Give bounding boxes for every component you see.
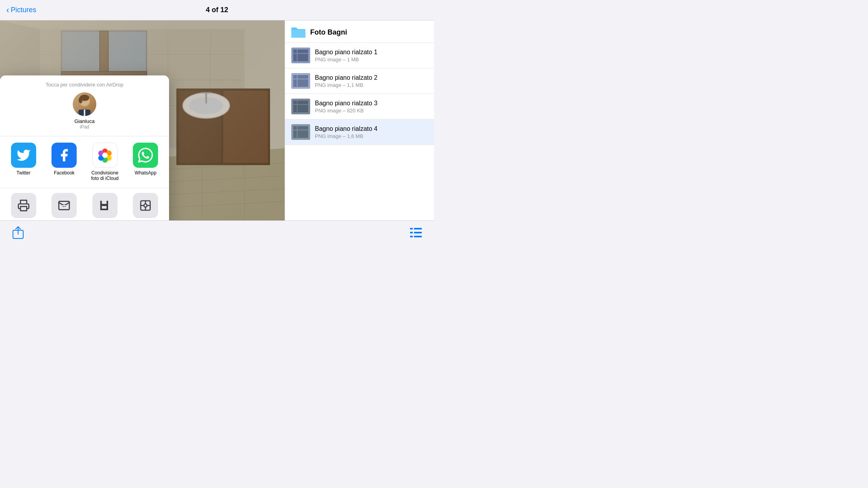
action-email[interactable]: E-mail a me stesso [46, 193, 82, 220]
airdrop-label: Tocca per condividere con AirDrop [6, 82, 163, 88]
svg-rect-72 [293, 101, 308, 112]
action-print[interactable]: Print [6, 193, 41, 220]
svg-rect-55 [102, 201, 107, 204]
sidebar-header: Foto Bagni [285, 20, 434, 43]
twitter-icon [11, 143, 36, 168]
app-twitter[interactable]: Twitter [6, 143, 41, 176]
action-save-file[interactable]: Salva su File [87, 193, 123, 220]
svg-rect-24 [177, 88, 270, 165]
svg-rect-83 [410, 228, 413, 229]
nav-title: 4 of 12 [206, 6, 228, 14]
icloud-label: Condivisione foto di iCloud [91, 170, 119, 182]
save-file-icon [92, 193, 118, 218]
file-item[interactable]: Bagno piano rialzato 1 PNG image – 1 MB [285, 43, 434, 68]
airdrop-section: Tocca per condividere con AirDrop [0, 75, 169, 136]
sidebar: Foto Bagni Bagno piano rialzato 1 PNG im… [285, 20, 434, 220]
share-button[interactable] [9, 224, 27, 241]
file-list: Bagno piano rialzato 1 PNG image – 1 MB … [285, 43, 434, 220]
icloud-photos-icon [92, 143, 118, 168]
file-thumbnail [291, 124, 310, 140]
svg-rect-26 [223, 91, 268, 163]
back-chevron-icon: ‹ [6, 5, 9, 15]
contact-name: Gianluca [74, 118, 94, 124]
file-name: Bagno piano rialzato 3 [315, 100, 428, 107]
actions-section: Print E-mail a me stesso [0, 188, 169, 220]
print-icon [11, 193, 36, 218]
email-icon [51, 193, 77, 218]
twitter-label: Twitter [17, 170, 30, 176]
app-whatsapp[interactable]: WhatsApp [128, 143, 163, 176]
file-name: Bagno piano rialzato 1 [315, 49, 428, 56]
file-thumbnail [291, 99, 310, 114]
contact-device: iPad [80, 124, 89, 130]
file-name: Bagno piano rialzato 2 [315, 74, 428, 81]
widget-icon [133, 193, 158, 218]
svg-point-42 [86, 100, 87, 102]
file-info: Bagno piano rialzato 1 PNG image – 1 MB [315, 49, 428, 62]
folder-icon [291, 27, 305, 38]
svg-rect-68 [293, 75, 308, 87]
svg-point-27 [183, 93, 230, 118]
airdrop-contact[interactable]: Gianluca iPad [6, 92, 163, 130]
file-thumbnail [291, 73, 310, 89]
svg-point-40 [79, 97, 83, 103]
svg-rect-82 [414, 236, 422, 237]
app-facebook[interactable]: Facebook [46, 143, 82, 176]
whatsapp-label: WhatsApp [135, 170, 156, 176]
file-info: Bagno piano rialzato 4 PNG image – 1,6 M… [315, 125, 428, 139]
app-icloud[interactable]: Condivisione foto di iCloud [87, 143, 123, 182]
file-info: Bagno piano rialzato 2 PNG image – 1,1 M… [315, 74, 428, 88]
photo-area: Tocca per condividere con AirDrop [0, 20, 285, 220]
svg-rect-81 [414, 232, 422, 233]
facebook-label: Facebook [54, 170, 75, 176]
share-sheet: Tocca per condividere con AirDrop [0, 75, 169, 220]
bottom-toolbar [0, 220, 434, 244]
svg-rect-25 [178, 91, 221, 163]
svg-rect-56 [102, 206, 107, 209]
whatsapp-icon [133, 143, 158, 168]
svg-rect-80 [414, 228, 422, 229]
back-label: Pictures [11, 6, 36, 14]
nav-bar: ‹ Pictures 4 of 12 [0, 0, 434, 20]
svg-point-41 [82, 100, 83, 102]
contact-avatar [73, 92, 96, 116]
svg-rect-76 [293, 126, 308, 138]
file-info: Bagno piano rialzato 3 PNG image – 820 K… [315, 100, 428, 114]
list-view-button[interactable] [407, 224, 425, 241]
action-widget[interactable]: Crea un quadrante [128, 193, 163, 220]
apps-section: Twitter Facebook [0, 136, 169, 188]
svg-rect-84 [410, 232, 413, 233]
svg-rect-44 [84, 110, 85, 116]
back-button[interactable]: ‹ Pictures [6, 5, 36, 15]
svg-point-51 [102, 152, 108, 158]
svg-point-28 [189, 97, 223, 114]
file-name: Bagno piano rialzato 4 [315, 125, 428, 132]
file-meta: PNG image – 820 KB [315, 108, 428, 114]
svg-rect-64 [293, 50, 308, 61]
folder-name: Foto Bagni [310, 28, 347, 37]
file-item[interactable]: Bagno piano rialzato 4 PNG image – 1,6 M… [285, 119, 434, 145]
file-meta: PNG image – 1,6 MB [315, 133, 428, 139]
main-content: Tocca per condividere con AirDrop [0, 20, 434, 220]
svg-rect-85 [410, 236, 413, 237]
file-item[interactable]: Bagno piano rialzato 3 PNG image – 820 K… [285, 94, 434, 119]
facebook-icon [51, 143, 77, 168]
file-meta: PNG image – 1 MB [315, 57, 428, 62]
svg-rect-52 [20, 206, 27, 211]
file-meta: PNG image – 1,1 MB [315, 82, 428, 88]
file-thumbnail [291, 48, 310, 63]
file-item[interactable]: Bagno piano rialzato 2 PNG image – 1,1 M… [285, 68, 434, 94]
